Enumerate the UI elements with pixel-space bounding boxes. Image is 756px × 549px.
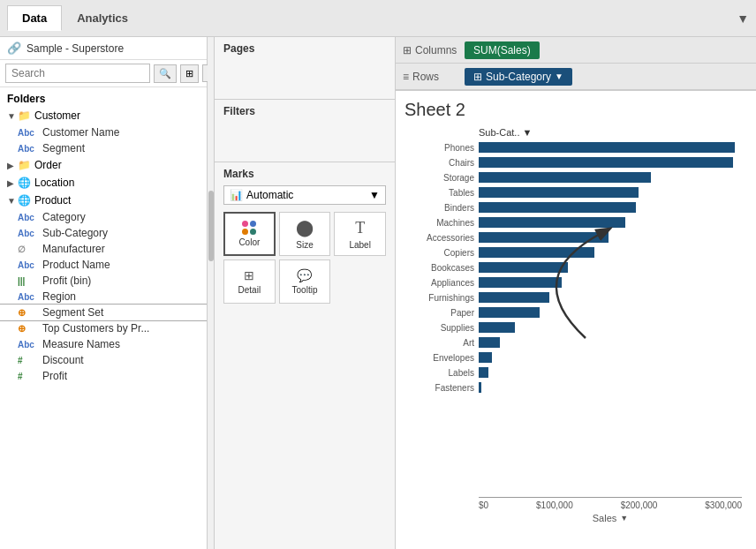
bar-fill [479,217,625,228]
bar-label: Machines [404,218,479,228]
x-tick-300k: $300,000 [705,500,742,510]
bar-row: Chairs [404,155,742,169]
bar-fill [479,157,733,168]
bar-track [479,172,742,183]
rows-pill-icon: ⊞ [473,71,482,83]
bar-track [479,382,742,393]
marks-tooltip-button[interactable]: 💬 Tooltip [279,259,331,304]
field-customer-name[interactable]: Abc Customer Name [0,124,207,140]
field-subcategory[interactable]: Abc Sub-Category [0,225,207,241]
x-tick-100k: $100,000 [536,500,573,510]
datasource-row: 🔗 Sample - Superstore [0,37,207,60]
columns-icon: ⊞ [403,44,412,56]
marks-label-button[interactable]: T Label [334,212,386,256]
tab-data[interactable]: Data [7,5,62,31]
field-product-name[interactable]: Abc Product Name [0,257,207,273]
size-icon: ⬤ [296,218,314,237]
chart-title: Sheet 2 [404,100,742,120]
bar-label: Accessories [404,233,479,243]
bar-fill [479,262,568,273]
bar-fill [479,277,562,288]
field-type-icon: Abc [18,128,42,138]
bar-label: Supplies [404,323,479,333]
rows-pill-subcategory[interactable]: ⊞ Sub-Category ▼ [465,68,572,86]
folder-product[interactable]: ▼ 🌐 Product [0,192,207,209]
field-profit-bin[interactable]: ||| Profit (bin) [0,273,207,289]
folder-product-icon: 🌐 [18,194,31,207]
field-measure-names[interactable]: Abc Measure Names [0,336,207,352]
field-list: ▼ 📁 Customer Abc Customer Name Abc Segme… [0,107,207,549]
bar-row: Machines [404,215,742,229]
bar-fill [479,322,515,333]
field-type-icon: ⊕ [18,307,42,319]
view-toggle-button[interactable]: ⊞ [180,64,199,83]
search-row: 🔍 ⊞ ▼ [0,60,207,87]
datasource-name: Sample - Superstore [26,42,124,55]
folder-customer[interactable]: ▼ 📁 Customer [0,107,207,124]
x-axis-label: Sales [593,513,617,523]
folder-location[interactable]: ▶ 🌐 Location [0,174,207,192]
subcat-header[interactable]: Sub-Cat.. ▼ [479,127,742,138]
bar-fill [479,172,651,183]
bar-fill [479,307,540,318]
bar-fill [479,202,636,213]
bar-fill [479,187,639,198]
columns-shelf: ⊞ Columns SUM(Sales) [396,37,756,64]
field-label: Discount [42,354,200,366]
bar-row: Supplies [404,320,742,335]
columns-pill-sum-sales[interactable]: SUM(Sales) [465,41,540,59]
rows-pill-sort-icon: ▼ [555,71,563,81]
field-type-icon: # [18,372,42,381]
rows-label-text: Rows [412,71,439,83]
marks-title: Marks [223,168,386,180]
field-profit[interactable]: # Profit [0,368,207,384]
bar-row: Art [404,335,742,350]
bar-label: Appliances [404,278,479,288]
search-button[interactable]: 🔍 [154,64,177,83]
field-category[interactable]: Abc Category [0,209,207,225]
bar-track [479,352,742,363]
tab-analytics[interactable]: Analytics [62,5,143,31]
x-axis: $0 $100,000 $200,000 $300,000 [479,497,742,510]
datasource-icon: 🔗 [7,41,21,55]
x-tick-0: $0 [479,500,488,510]
x-axis-sort-icon: ▼ [620,514,628,523]
bar-fill [479,247,594,258]
bar-row: Tables [404,185,742,199]
field-segment[interactable]: Abc Segment [0,140,207,156]
bar-label: Art [404,338,479,348]
field-top-customers[interactable]: ⊕ Top Customers by Pr... [0,320,207,336]
bar-fill [479,232,609,243]
folders-label: Folders [0,87,207,107]
bar-fill [479,142,735,153]
bar-track [479,307,742,318]
field-region[interactable]: Abc Region [0,289,207,305]
tab-dropdown-arrow[interactable]: ▼ [737,11,749,26]
bar-track [479,262,742,273]
field-discount[interactable]: # Discount [0,352,207,368]
bar-row: Furnishings [404,290,742,305]
marks-detail-button[interactable]: ⊞ Detail [223,259,276,304]
bar-fill [479,382,481,393]
bar-row: Storage [404,170,742,184]
field-label: Segment [42,142,200,154]
marks-buttons-grid: Color ⬤ Size T Label ⊞ Detail [223,212,386,304]
marks-color-button[interactable]: Color [223,212,276,256]
label-icon: T [355,219,365,237]
search-input[interactable] [5,64,150,83]
bars-container: PhonesChairsStorageTablesBindersMachines… [404,140,742,497]
field-segment-set[interactable]: ⊕ Segment Set [0,305,207,320]
field-manufacturer[interactable]: ∅ Manufacturer [0,241,207,257]
left-panel-scrollbar[interactable] [208,37,215,549]
field-label: Region [42,290,200,303]
marks-size-button[interactable]: ⬤ Size [279,212,331,256]
bar-row: Appliances [404,275,742,290]
field-type-icon: Abc [18,340,42,350]
field-label: Manufacturer [42,243,200,255]
marks-type-dropdown[interactable]: 📊 Automatic ▼ [223,185,386,205]
x-axis-title: Sales ▼ [479,513,742,523]
label-button-label: Label [349,240,370,250]
detail-icon: ⊞ [244,268,254,282]
bar-label: Chairs [404,158,479,168]
folder-order[interactable]: ▶ 📁 Order [0,156,207,174]
